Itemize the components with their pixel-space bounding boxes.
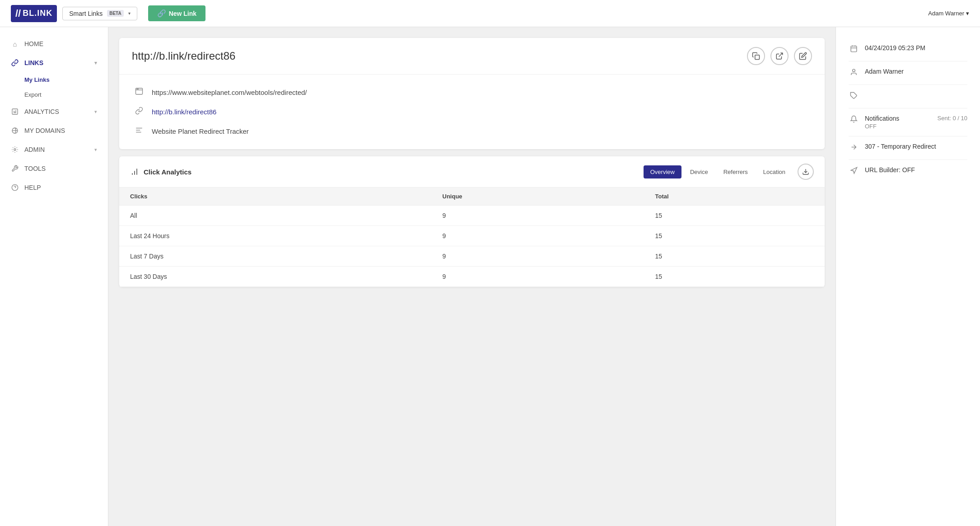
logo: // BL.INK [11,5,57,22]
edit-button[interactable] [794,47,812,65]
table-row: All 9 15 [119,206,825,226]
link-details: https://www.websiteplanet.com/webtools/r… [119,75,825,149]
logo-text: BL.INK [23,9,52,18]
col-clicks: Clicks [119,188,432,206]
external-link-icon [775,52,784,60]
svg-rect-21 [851,46,857,52]
sidebar-item-admin[interactable]: ADMIN ▾ [0,140,108,159]
sidebar-item-help[interactable]: HELP [0,178,108,197]
links-chevron-icon: ▾ [94,60,97,66]
copy-icon [752,52,760,60]
rp-redirect: 307 - Temporary Redirect [865,143,936,150]
right-panel: 04/24/2019 05:23 PM Adam Warner [835,27,980,526]
external-link-button[interactable] [770,47,789,65]
edit-icon [799,52,807,60]
app-body: ⌂ HOME LINKS ▾ My Links Export [0,27,980,526]
sidebar-home-label: HOME [24,40,43,47]
bar-chart-icon [130,167,139,176]
tag-icon [849,92,859,102]
tab-device[interactable]: Device [683,165,715,178]
row-unique: 9 [432,246,644,267]
beta-badge: BETA [107,10,123,17]
bell-icon [849,115,859,125]
rp-date-row: 04/24/2019 05:23 PM [849,38,967,61]
sidebar-item-home[interactable]: ⌂ HOME [0,34,108,53]
table-row: Last 7 Days 9 15 [119,246,825,267]
table-head: Clicks Unique Total [119,188,825,206]
my-links-label: My Links [24,76,50,83]
table-row: Last 24 Hours 9 15 [119,226,825,246]
row-label: Last 7 Days [119,246,432,267]
rp-date: 04/24/2019 05:23 PM [865,44,925,52]
help-icon [11,183,19,192]
download-button[interactable] [798,164,814,180]
sidebar-item-tools[interactable]: TOOLS [0,159,108,178]
domains-icon [11,127,19,135]
row-unique: 9 [432,206,644,226]
page-card: http://b.link/redirect86 [119,38,825,149]
row-total: 15 [644,226,825,246]
analytics-title-area: Click Analytics [130,167,191,176]
rp-owner: Adam Warner [865,68,904,75]
analytics-icon [11,108,19,116]
links-icon [11,59,19,67]
row-label: Last 24 Hours [119,226,432,246]
destination-url: https://www.websiteplanet.com/webtools/r… [152,89,307,96]
link-row-icon [134,107,145,117]
rp-tag-row [849,85,967,108]
svg-rect-8 [755,55,760,60]
admin-chevron-icon: ▾ [94,147,97,153]
sidebar: ⌂ HOME LINKS ▾ My Links Export [0,27,108,526]
row-total: 15 [644,206,825,226]
sidebar-links-sub: My Links Export [0,72,108,102]
tab-referrers-label: Referrers [723,169,748,175]
short-link[interactable]: http://b.link/redirect86 [152,108,216,116]
user-menu[interactable]: Adam Warner ▾ [928,10,969,17]
row-unique: 9 [432,267,644,287]
svg-line-9 [779,53,783,56]
row-label: Last 30 Days [119,267,432,287]
sidebar-tools-label: TOOLS [24,165,46,172]
logo-area: // BL.INK [11,5,57,22]
short-link-row: http://b.link/redirect86 [134,107,810,117]
admin-icon [11,146,19,154]
tab-referrers[interactable]: Referrers [717,165,755,178]
rp-redirect-row: 307 - Temporary Redirect [849,136,967,160]
user-icon [849,68,859,78]
tab-location[interactable]: Location [756,165,792,178]
new-link-button[interactable]: 🔗 New Link [148,5,205,21]
export-label: Export [24,91,42,98]
row-unique: 9 [432,226,644,246]
tab-overview[interactable]: Overview [644,165,681,178]
tab-location-label: Location [763,169,785,175]
svg-point-25 [852,69,855,72]
svg-point-5 [14,149,16,150]
sidebar-item-my-links[interactable]: My Links [0,72,108,87]
page-actions [747,47,812,65]
user-label: Adam Warner [928,10,964,17]
rp-notif-sent: Sent: 0 / 10 [938,115,968,122]
destination-row: https://www.websiteplanet.com/webtools/r… [134,87,810,98]
sidebar-item-export[interactable]: Export [0,87,108,102]
tab-device-label: Device [690,169,708,175]
new-link-label: New Link [169,10,196,17]
analytics-table: Clicks Unique Total All 9 15 Last 24 Hou… [119,188,825,287]
analytics-card: Click Analytics Overview Device Referrer… [119,156,825,287]
rp-notif-top: Notifications Sent: 0 / 10 [865,115,967,122]
calendar-icon [849,45,859,55]
redirect-icon [849,143,859,153]
analytics-chevron-icon: ▾ [94,109,97,115]
logo-slash-icon: // [15,8,21,19]
rp-url-builder: URL Builder: OFF [865,166,915,174]
row-total: 15 [644,267,825,287]
browser-icon [134,87,145,98]
sidebar-item-links[interactable]: LINKS ▾ [0,53,108,72]
home-icon: ⌂ [11,40,19,48]
smart-links-dropdown[interactable]: Smart Links BETA ▾ [62,7,137,20]
sidebar-item-analytics[interactable]: ANALYTICS ▾ [0,102,108,121]
analytics-tabs: Overview Device Referrers Location [644,165,792,178]
copy-button[interactable] [747,47,765,65]
analytics-header: Click Analytics Overview Device Referrer… [119,156,825,188]
title-icon [134,126,145,136]
sidebar-item-my-domains[interactable]: MY DOMAINS [0,121,108,140]
